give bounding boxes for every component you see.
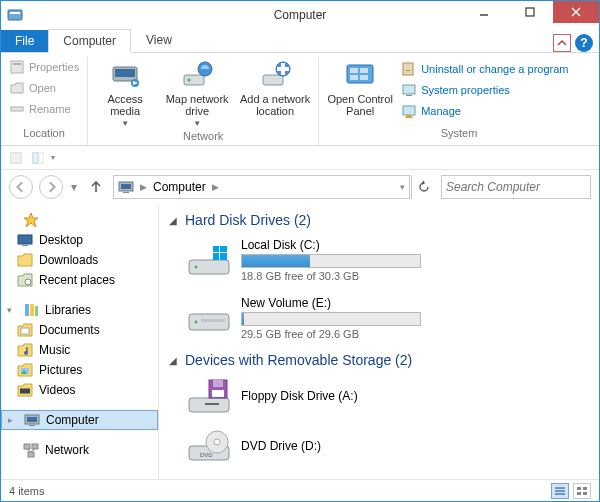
- ribbon-group-location: Properties Open Rename Location: [1, 57, 88, 145]
- svg-rect-83: [577, 487, 581, 490]
- drive-local-c[interactable]: Local Disk (C:) 18.8 GB free of 30.3 GB: [169, 234, 589, 292]
- svg-point-78: [214, 439, 220, 445]
- svg-rect-85: [577, 492, 581, 495]
- preview-icon[interactable]: [29, 149, 47, 167]
- nav-recent[interactable]: Recent places: [1, 270, 158, 290]
- nav-item-label: Recent places: [39, 273, 115, 287]
- chevron-down-icon: ◢: [169, 215, 179, 226]
- file-tab[interactable]: File: [1, 30, 48, 52]
- refresh-button[interactable]: [411, 175, 435, 199]
- crumb-computer[interactable]: Computer: [153, 180, 206, 194]
- access-media-button[interactable]: Access media▼: [94, 57, 156, 128]
- drive-floppy-a[interactable]: Floppy Disk Drive (A:): [169, 374, 589, 424]
- chevron-right-icon[interactable]: ▶: [210, 182, 221, 192]
- svg-rect-56: [28, 452, 34, 457]
- svg-rect-3: [526, 8, 534, 16]
- drive-dvd-d[interactable]: DVD DVD Drive (D:): [169, 424, 589, 474]
- forward-button[interactable]: [39, 175, 63, 199]
- nav-favorites[interactable]: Favorites: [1, 210, 158, 230]
- chevron-down-icon: ▼: [121, 119, 129, 128]
- nav-network[interactable]: Network: [1, 440, 158, 460]
- rename-button[interactable]: Rename: [7, 99, 81, 119]
- svg-rect-52: [27, 417, 37, 422]
- svg-rect-20: [347, 65, 373, 83]
- nav-item-label: Documents: [39, 323, 100, 337]
- hdd-icon: [187, 300, 231, 336]
- uninstall-label: Uninstall or change a program: [421, 63, 568, 75]
- chevron-down-icon: ▾: [7, 305, 17, 315]
- up-button[interactable]: [85, 176, 107, 198]
- svg-rect-13: [184, 75, 204, 85]
- svg-rect-43: [35, 306, 38, 316]
- search-input[interactable]: [446, 180, 586, 194]
- nav-downloads[interactable]: Downloads: [1, 250, 158, 270]
- nav-music[interactable]: Music: [1, 340, 158, 360]
- back-button[interactable]: [9, 175, 33, 199]
- nav-libraries-label: Libraries: [45, 303, 91, 317]
- search-box[interactable]: [441, 175, 591, 199]
- minimize-button[interactable]: [461, 1, 507, 23]
- category-removable[interactable]: ◢ Devices with Removable Storage (2): [169, 350, 589, 374]
- nav-item-label: Music: [39, 343, 70, 357]
- svg-rect-84: [583, 487, 587, 490]
- details-view-button[interactable]: [551, 483, 569, 499]
- status-text: 4 items: [9, 485, 44, 497]
- drive-free-text: 18.8 GB free of 30.3 GB: [241, 270, 421, 282]
- nav-pictures[interactable]: Pictures: [1, 360, 158, 380]
- nav-documents[interactable]: Documents: [1, 320, 158, 340]
- manage-button[interactable]: Manage: [399, 101, 570, 121]
- uninstall-button[interactable]: Uninstall or change a program: [399, 59, 570, 79]
- sys-props-button[interactable]: System properties: [399, 80, 570, 100]
- nav-videos[interactable]: Videos: [1, 380, 158, 400]
- svg-rect-36: [123, 192, 129, 193]
- map-drive-label: Map network drive: [160, 93, 234, 117]
- drive-usage-bar: [241, 312, 421, 326]
- svg-rect-22: [360, 68, 368, 73]
- organize-icon[interactable]: [7, 149, 25, 167]
- svg-rect-24: [360, 75, 368, 80]
- nav-computer[interactable]: ▸Computer: [1, 410, 158, 430]
- close-button[interactable]: [553, 1, 599, 23]
- rename-label: Rename: [29, 103, 71, 115]
- open-button[interactable]: Open: [7, 78, 81, 98]
- svg-point-45: [24, 351, 28, 355]
- collapse-ribbon-button[interactable]: [553, 34, 571, 52]
- properties-button[interactable]: Properties: [7, 57, 81, 77]
- svg-rect-44: [21, 328, 29, 334]
- drive-name: Floppy Disk Drive (A:): [241, 389, 358, 403]
- drive-new-volume-e[interactable]: New Volume (E:) 29.5 GB free of 29.6 GB: [169, 292, 589, 350]
- svg-rect-0: [8, 10, 22, 20]
- chevron-down-icon: ◢: [169, 355, 179, 366]
- nav-computer-label: Computer: [46, 413, 99, 427]
- quick-toolbar: ▾: [1, 146, 599, 170]
- nav-libraries[interactable]: ▾Libraries: [1, 300, 158, 320]
- icons-view-button[interactable]: [573, 483, 591, 499]
- computer-tab[interactable]: Computer: [48, 29, 131, 53]
- view-tab[interactable]: View: [131, 28, 187, 52]
- address-bar-row: ▾ ▶ Computer ▶ ▾: [1, 170, 599, 204]
- title-bar: Computer: [1, 1, 599, 29]
- history-dropdown[interactable]: ▾: [69, 180, 79, 194]
- svg-rect-23: [350, 75, 358, 80]
- maximize-button[interactable]: [507, 1, 553, 23]
- chevron-down-icon[interactable]: ▾: [51, 153, 55, 162]
- group-label-location: Location: [7, 125, 81, 142]
- svg-rect-55: [32, 444, 38, 449]
- chevron-right-icon[interactable]: ▶: [138, 182, 149, 192]
- open-control-panel-button[interactable]: Open Control Panel: [325, 57, 395, 117]
- svg-rect-41: [25, 304, 29, 316]
- svg-rect-50: [20, 393, 30, 394]
- add-location-button[interactable]: Add a network location: [238, 57, 312, 117]
- svg-rect-42: [30, 304, 34, 316]
- help-button[interactable]: ?: [575, 34, 593, 52]
- svg-rect-6: [11, 61, 23, 73]
- svg-rect-72: [205, 403, 219, 405]
- breadcrumb[interactable]: ▶ Computer ▶ ▾: [113, 175, 410, 199]
- category-hdd[interactable]: ◢ Hard Disk Drives (2): [169, 210, 589, 234]
- nav-desktop[interactable]: Desktop: [1, 230, 158, 250]
- chevron-down-icon[interactable]: ▾: [400, 182, 405, 192]
- svg-rect-63: [220, 246, 227, 252]
- svg-rect-31: [33, 152, 38, 163]
- map-drive-button[interactable]: Map network drive▼: [160, 57, 234, 128]
- svg-marker-37: [24, 213, 38, 227]
